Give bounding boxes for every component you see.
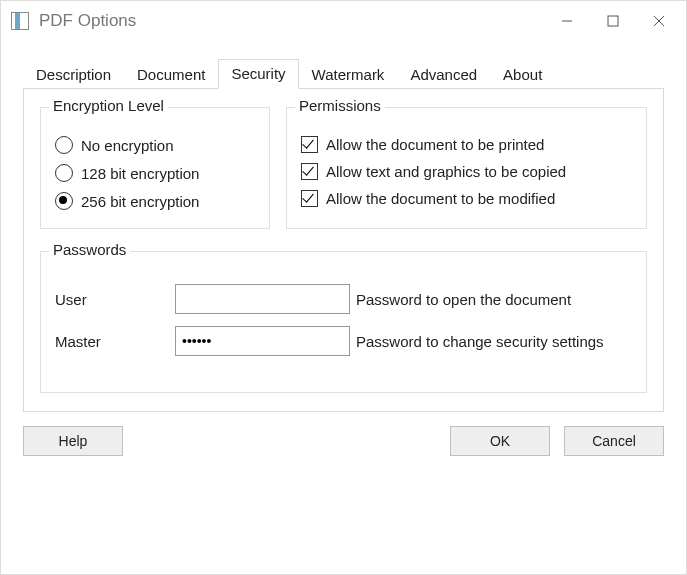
radio-128bit-encryption[interactable]: 128 bit encryption <box>55 164 255 182</box>
titlebar: PDF Options <box>1 1 686 41</box>
checkbox-label: Allow text and graphics to be copied <box>326 163 566 180</box>
close-button[interactable] <box>636 6 682 36</box>
tab-advanced[interactable]: Advanced <box>397 60 490 89</box>
tab-document[interactable]: Document <box>124 60 218 89</box>
close-icon <box>653 15 665 27</box>
radio-label: 128 bit encryption <box>81 165 199 182</box>
tab-watermark[interactable]: Watermark <box>299 60 398 89</box>
user-password-input[interactable] <box>175 284 350 314</box>
maximize-button[interactable] <box>590 6 636 36</box>
tab-security[interactable]: Security <box>218 59 298 89</box>
passwords-legend: Passwords <box>49 241 130 258</box>
user-password-label: User <box>55 291 175 308</box>
window-title: PDF Options <box>39 11 136 31</box>
user-password-hint: Password to open the document <box>356 291 571 308</box>
checkbox-icon <box>301 163 318 180</box>
cancel-button[interactable]: Cancel <box>564 426 664 456</box>
dialog-footer: Help OK Cancel <box>23 426 664 456</box>
maximize-icon <box>607 15 619 27</box>
tab-panel-security: Encryption Level No encryption 128 bit e… <box>23 88 664 412</box>
encryption-group: Encryption Level No encryption 128 bit e… <box>40 107 270 229</box>
master-password-hint: Password to change security settings <box>356 333 604 350</box>
master-password-input[interactable] <box>175 326 350 356</box>
minimize-button[interactable] <box>544 6 590 36</box>
tab-strip: Description Document Security Watermark … <box>23 59 664 88</box>
radio-label: 256 bit encryption <box>81 193 199 210</box>
permissions-group: Permissions Allow the document to be pri… <box>286 107 647 229</box>
checkbox-label: Allow the document to be printed <box>326 136 544 153</box>
radio-icon <box>55 192 73 210</box>
help-button[interactable]: Help <box>23 426 123 456</box>
checkbox-allow-modify[interactable]: Allow the document to be modified <box>301 190 632 207</box>
svg-rect-1 <box>608 16 618 26</box>
ok-button[interactable]: OK <box>450 426 550 456</box>
checkbox-allow-copy[interactable]: Allow text and graphics to be copied <box>301 163 632 180</box>
checkbox-icon <box>301 190 318 207</box>
tab-about[interactable]: About <box>490 60 555 89</box>
checkbox-allow-print[interactable]: Allow the document to be printed <box>301 136 632 153</box>
radio-icon <box>55 164 73 182</box>
checkbox-label: Allow the document to be modified <box>326 190 555 207</box>
master-password-label: Master <box>55 333 175 350</box>
app-icon <box>11 12 29 30</box>
passwords-group: Passwords User Password to open the docu… <box>40 251 647 393</box>
checkbox-icon <box>301 136 318 153</box>
minimize-icon <box>561 15 573 27</box>
radio-256bit-encryption[interactable]: 256 bit encryption <box>55 192 255 210</box>
tab-description[interactable]: Description <box>23 60 124 89</box>
radio-no-encryption[interactable]: No encryption <box>55 136 255 154</box>
radio-icon <box>55 136 73 154</box>
permissions-legend: Permissions <box>295 97 385 114</box>
radio-label: No encryption <box>81 137 174 154</box>
encryption-legend: Encryption Level <box>49 97 168 114</box>
